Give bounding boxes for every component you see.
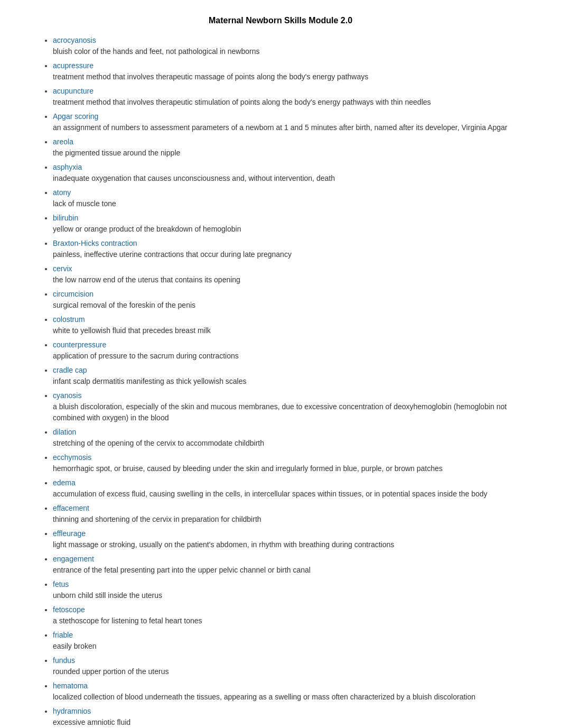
definition-text: localized collection of blood underneath… <box>53 692 529 703</box>
definition-text: stretching of the opening of the cervix … <box>53 438 529 449</box>
list-item: friableeasily broken <box>53 630 529 652</box>
term-link[interactable]: friable <box>53 631 73 639</box>
term-link[interactable]: dilation <box>53 428 76 436</box>
definition-text: easily broken <box>53 641 529 652</box>
definition-text: light massage or stroking, usually on th… <box>53 539 529 550</box>
list-item: effleuragelight massage or stroking, usu… <box>53 528 529 550</box>
list-item: fetoscopea stethoscope for listening to … <box>53 604 529 626</box>
term-link[interactable]: atony <box>53 188 71 197</box>
term-link[interactable]: acrocyanosis <box>53 36 96 44</box>
definition-text: excessive amniotic fluid <box>53 717 529 728</box>
page-title: Maternal Newborn Skills Module 2.0 <box>32 16 529 25</box>
term-link[interactable]: engagement <box>53 555 94 563</box>
term-link[interactable]: Braxton-Hicks contraction <box>53 239 137 247</box>
definition-text: hemorrhagic spot, or bruise, caused by b… <box>53 463 529 474</box>
definition-text: painless, ineffective uterine contractio… <box>53 249 529 260</box>
term-link[interactable]: circumcision <box>53 290 94 298</box>
definition-text: thinning and shortening of the cervix in… <box>53 514 529 525</box>
definition-text: entrance of the fetal presenting part in… <box>53 565 529 576</box>
list-item: engagemententrance of the fetal presenti… <box>53 554 529 576</box>
definition-text: bluish color of the hands and feet, not … <box>53 46 529 57</box>
term-link[interactable]: colostrum <box>53 315 85 324</box>
list-item: Braxton-Hicks contractionpainless, ineff… <box>53 238 529 260</box>
term-link[interactable]: effleurage <box>53 529 86 538</box>
definition-text: white to yellowish fluid that precedes b… <box>53 325 529 336</box>
term-link[interactable]: cradle cap <box>53 366 87 374</box>
list-item: acrocyanosisbluish color of the hands an… <box>53 35 529 57</box>
term-link[interactable]: hydramnios <box>53 707 91 715</box>
list-item: dilationstretching of the opening of the… <box>53 427 529 449</box>
list-item: Apgar scoringan assignment of numbers to… <box>53 111 529 133</box>
definition-text: a bluish discoloration, especially of th… <box>53 401 529 423</box>
term-link[interactable]: areola <box>53 137 73 146</box>
definition-text: treatment method that involves therapeut… <box>53 97 529 108</box>
term-link[interactable]: asphyxia <box>53 163 82 171</box>
term-link[interactable]: hematoma <box>53 681 88 690</box>
definition-text: a stethoscope for listening to fetal hea… <box>53 615 529 626</box>
term-link[interactable]: Apgar scoring <box>53 112 98 121</box>
definition-text: surgical removal of the foreskin of the … <box>53 300 529 311</box>
definition-text: an assignment of numbers to assessment p… <box>53 122 529 133</box>
glossary-list: acrocyanosisbluish color of the hands an… <box>32 35 529 728</box>
term-link[interactable]: acupuncture <box>53 87 94 95</box>
definition-text: infant scalp dermatitis manifesting as t… <box>53 376 529 387</box>
list-item: counterpressureapplication of pressure t… <box>53 339 529 362</box>
definition-text: treatment method that involves therapeut… <box>53 71 529 82</box>
list-item: cradle capinfant scalp dermatitis manife… <box>53 365 529 387</box>
term-link[interactable]: counterpressure <box>53 340 106 349</box>
list-item: cyanosisa bluish discoloration, especial… <box>53 390 529 423</box>
list-item: hydramniosexcessive amniotic fluid <box>53 706 529 728</box>
term-link[interactable]: ecchymosis <box>53 453 91 462</box>
term-link[interactable]: fundus <box>53 656 75 665</box>
term-link[interactable]: acupressure <box>53 61 94 70</box>
term-link[interactable]: edema <box>53 478 76 487</box>
list-item: acupuncturetreatment method that involve… <box>53 86 529 108</box>
definition-text: the low narrow end of the uterus that co… <box>53 274 529 285</box>
list-item: ecchymosishemorrhagic spot, or bruise, c… <box>53 452 529 474</box>
definition-text: application of pressure to the sacrum du… <box>53 351 529 362</box>
list-item: edemaaccumulation of excess fluid, causi… <box>53 477 529 500</box>
list-item: areolathe pigmented tissue around the ni… <box>53 136 529 159</box>
definition-text: rounded upper portion of the uterus <box>53 666 529 677</box>
list-item: fetusunborn child still inside the uteru… <box>53 579 529 601</box>
definition-text: accumulation of excess fluid, causing sw… <box>53 489 529 500</box>
definition-text: yellow or orange product of the breakdow… <box>53 224 529 235</box>
term-link[interactable]: bilirubin <box>53 214 78 222</box>
list-item: acupressuretreatment method that involve… <box>53 60 529 82</box>
term-link[interactable]: fetoscope <box>53 605 85 614</box>
term-link[interactable]: cyanosis <box>53 391 81 400</box>
term-link[interactable]: fetus <box>53 580 69 588</box>
list-item: fundusrounded upper portion of the uteru… <box>53 655 529 677</box>
term-link[interactable]: cervix <box>53 264 72 273</box>
list-item: cervixthe low narrow end of the uterus t… <box>53 263 529 285</box>
definition-text: the pigmented tissue around the nipple <box>53 148 529 159</box>
definition-text: unborn child still inside the uterus <box>53 590 529 601</box>
list-item: bilirubinyellow or orange product of the… <box>53 213 529 235</box>
term-link[interactable]: effacement <box>53 504 89 512</box>
list-item: hematomalocalized collection of blood un… <box>53 680 529 703</box>
definition-text: inadequate oxygenation that causes uncon… <box>53 173 529 184</box>
list-item: effacementthinning and shortening of the… <box>53 503 529 525</box>
definition-text: lack of muscle tone <box>53 198 529 209</box>
list-item: atonylack of muscle tone <box>53 187 529 209</box>
list-item: colostrumwhite to yellowish fluid that p… <box>53 314 529 336</box>
list-item: circumcisionsurgical removal of the fore… <box>53 289 529 311</box>
list-item: asphyxiainadequate oxygenation that caus… <box>53 162 529 184</box>
